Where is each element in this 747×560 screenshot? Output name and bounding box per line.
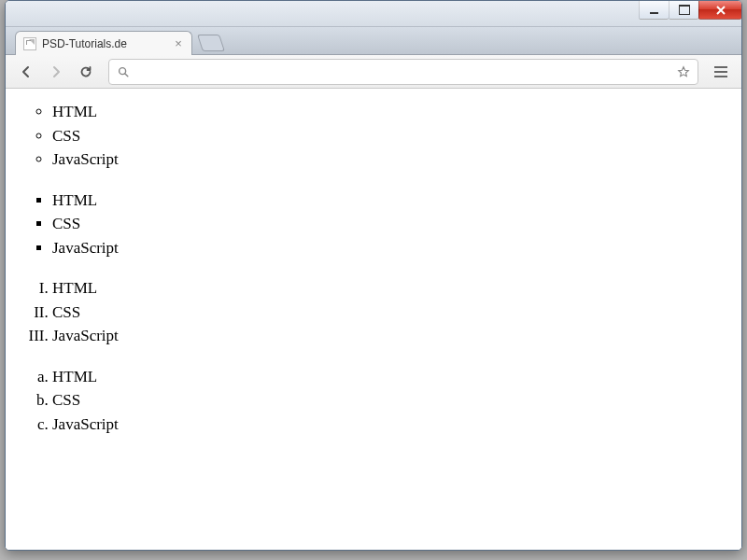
tab-strip: PSD-Tutorials.de × bbox=[6, 27, 741, 55]
window-controls bbox=[639, 1, 741, 20]
list-item: JavaScript bbox=[52, 147, 734, 172]
browser-toolbar bbox=[6, 55, 741, 89]
page-icon bbox=[23, 37, 36, 50]
list-item: JavaScript bbox=[52, 413, 734, 437]
page-content: HTML CSS JavaScript HTML CSS JavaScript … bbox=[6, 89, 741, 550]
list-item: JavaScript bbox=[52, 236, 734, 260]
list-item: CSS bbox=[52, 301, 734, 325]
window-close-button[interactable] bbox=[698, 1, 741, 20]
browser-tab[interactable]: PSD-Tutorials.de × bbox=[15, 31, 192, 55]
browser-window: PSD-Tutorials.de × HTML CSS Java bbox=[5, 0, 742, 551]
forward-button[interactable] bbox=[43, 60, 69, 84]
window-minimize-button[interactable] bbox=[639, 1, 669, 20]
reload-button[interactable] bbox=[73, 60, 99, 84]
bookmark-icon[interactable] bbox=[677, 65, 690, 78]
search-icon bbox=[117, 65, 130, 78]
list-item: CSS bbox=[52, 388, 734, 413]
back-button[interactable] bbox=[13, 60, 39, 84]
list-circle: HTML CSS JavaScript bbox=[13, 100, 734, 172]
tab-close-button[interactable]: × bbox=[173, 38, 184, 49]
list-item: HTML bbox=[52, 100, 734, 124]
menu-button[interactable] bbox=[708, 60, 734, 84]
address-bar[interactable] bbox=[108, 59, 698, 85]
list-item: HTML bbox=[52, 276, 734, 301]
tab-title: PSD-Tutorials.de bbox=[42, 37, 167, 50]
window-titlebar bbox=[6, 1, 741, 27]
list-square: HTML CSS JavaScript bbox=[13, 189, 734, 260]
list-lower-alpha: HTML CSS JavaScript bbox=[13, 365, 734, 437]
list-item: JavaScript bbox=[52, 324, 734, 348]
list-item: CSS bbox=[52, 212, 734, 236]
list-item: HTML bbox=[52, 365, 734, 389]
list-upper-roman: HTML CSS JavaScript bbox=[13, 276, 734, 348]
list-item: HTML bbox=[52, 189, 734, 213]
window-maximize-button[interactable] bbox=[669, 1, 698, 20]
new-tab-button[interactable] bbox=[197, 35, 225, 51]
list-item: CSS bbox=[52, 124, 734, 148]
